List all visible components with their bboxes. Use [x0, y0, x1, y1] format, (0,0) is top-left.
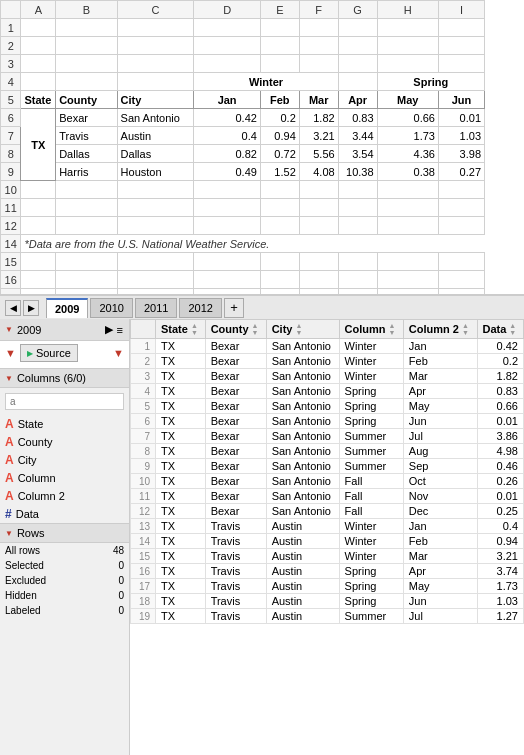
corner-cell: [1, 1, 21, 19]
table-row: 19 TX Travis Austin Summer Jul 1.27: [131, 609, 524, 624]
th-column2[interactable]: Column 2 ▲▼: [403, 320, 477, 339]
columns-label: Columns (6/0): [17, 372, 86, 384]
state-col-icon: A: [5, 417, 14, 431]
table-row: 13 TX Travis Austin Winter Jan 0.4: [131, 519, 524, 534]
may-header: May: [377, 91, 438, 109]
col-e: E: [260, 1, 299, 19]
source-play-icon: ▶: [27, 349, 33, 358]
rows-section: ▼ Rows All rows48Selected0Excluded0Hidde…: [0, 524, 129, 755]
th-state[interactable]: State ▲▼: [156, 320, 206, 339]
th-city[interactable]: City ▲▼: [266, 320, 339, 339]
table-row: 18 TX Travis Austin Spring Jun 1.03: [131, 594, 524, 609]
col-f: F: [299, 1, 338, 19]
row-2: 2: [1, 37, 21, 55]
table-row: 4 TX Bexar San Antonio Spring Apr 0.83: [131, 384, 524, 399]
tab-nav: ◀ ▶: [5, 300, 39, 316]
bottom-panel: ▼ 2009 ▶ ≡ ▼ ▶ Source ▼: [0, 319, 524, 755]
column-item-column[interactable]: A Column: [0, 469, 129, 487]
th-data[interactable]: Data ▲▼: [477, 320, 524, 339]
city-header: City: [117, 91, 194, 109]
col-h: H: [377, 1, 438, 19]
source-menu-btn[interactable]: ≡: [116, 322, 124, 337]
col-data-label: Data: [16, 508, 39, 520]
city-col-icon: A: [5, 453, 14, 467]
column-item-state[interactable]: A State: [0, 415, 129, 433]
jan-header: Jan: [194, 91, 261, 109]
table-row: 10 TX Bexar San Antonio Fall Oct 0.26: [131, 474, 524, 489]
table-row: 14 TX Travis Austin Winter Feb 0.94: [131, 534, 524, 549]
columns-collapse-icon: ▼: [5, 374, 13, 383]
source-expand-btn[interactable]: ▶: [104, 322, 114, 337]
main-table-area[interactable]: State ▲▼ County ▲▼ City ▲▼: [130, 319, 524, 755]
source-filter2-icon: ▼: [113, 347, 124, 359]
source-collapse-icon: ▼: [5, 325, 13, 334]
tab-add-btn[interactable]: +: [224, 298, 244, 318]
jun-header: Jun: [438, 91, 484, 109]
source-filter-icon: ▼: [5, 347, 16, 359]
columns-search-input[interactable]: [5, 393, 124, 410]
source-label: Source: [36, 347, 71, 359]
rows-header[interactable]: ▼ Rows: [0, 524, 129, 543]
table-row: 5 TX Bexar San Antonio Spring May 0.66: [131, 399, 524, 414]
table-row: 9 TX Bexar San Antonio Summer Sep 0.46: [131, 459, 524, 474]
source-year-label: 2009: [17, 324, 41, 336]
columns-list: A State A County A City A Column A Col: [0, 415, 129, 523]
col-a: A: [21, 1, 56, 19]
rows-stat-row: Labeled0: [0, 603, 129, 618]
feb-header: Feb: [260, 91, 299, 109]
tab-2012[interactable]: 2012: [179, 298, 221, 318]
sheet-tabs: ◀ ▶ 2009 2010 2011 2012 +: [0, 295, 524, 319]
col-c: C: [117, 1, 194, 19]
rows-collapse-icon: ▼: [5, 529, 13, 538]
column-item-column2[interactable]: A Column 2: [0, 487, 129, 505]
tx-cell: TX: [21, 109, 56, 181]
spreadsheet-area: A B C D E F G H I 1 2: [0, 0, 524, 295]
rows-label: Rows: [17, 527, 45, 539]
col-state-label: State: [18, 418, 44, 430]
columns-header[interactable]: ▼ Columns (6/0): [0, 369, 129, 388]
tab-next-btn[interactable]: ▶: [23, 300, 39, 316]
column-item-city[interactable]: A City: [0, 451, 129, 469]
th-county[interactable]: County ▲▼: [205, 320, 266, 339]
rows-stat-row: Selected0: [0, 558, 129, 573]
sidebar: ▼ 2009 ▶ ≡ ▼ ▶ Source ▼: [0, 319, 130, 755]
tab-prev-btn[interactable]: ◀: [5, 300, 21, 316]
column-item-county[interactable]: A County: [0, 433, 129, 451]
table-row: 2 TX Bexar San Antonio Winter Feb 0.2: [131, 354, 524, 369]
th-column[interactable]: Column ▲▼: [339, 320, 403, 339]
column2-col-icon: A: [5, 489, 14, 503]
col-g: G: [338, 1, 377, 19]
tab-2010[interactable]: 2010: [90, 298, 132, 318]
column-col-icon: A: [5, 471, 14, 485]
tab-2009[interactable]: 2009: [46, 298, 88, 318]
table-row: 7 TX Bexar San Antonio Summer Jul 3.86: [131, 429, 524, 444]
col-b: B: [56, 1, 117, 19]
data-table: State ▲▼ County ▲▼ City ▲▼: [130, 319, 524, 624]
tab-2011[interactable]: 2011: [135, 298, 177, 318]
table-row: 1 TX Bexar San Antonio Winter Jan 0.42: [131, 339, 524, 354]
rows-stat-row: All rows48: [0, 543, 129, 558]
source-button[interactable]: ▶ Source: [20, 344, 78, 362]
table-row: 17 TX Travis Austin Spring May 1.73: [131, 579, 524, 594]
row-1: 1: [1, 19, 21, 37]
note-cell: *Data are from the U.S. National Weather…: [21, 235, 485, 253]
county-header: County: [56, 91, 117, 109]
col-column-label: Column: [18, 472, 56, 484]
data-col-icon: #: [5, 507, 12, 521]
source-area: ▼ ▶ Source ▼: [0, 341, 129, 368]
col-i: I: [438, 1, 484, 19]
county-col-icon: A: [5, 435, 14, 449]
col-d: D: [194, 1, 261, 19]
table-row: 16 TX Travis Austin Spring Apr 3.74: [131, 564, 524, 579]
rows-stat-row: Hidden0: [0, 588, 129, 603]
th-rownum: [131, 320, 156, 339]
source-section: ▼ 2009 ▶ ≡ ▼ ▶ Source ▼: [0, 319, 129, 369]
row-5: 5: [1, 91, 21, 109]
column-item-data[interactable]: # Data: [0, 505, 129, 523]
row-4: 4: [1, 73, 21, 91]
table-row: 12 TX Bexar San Antonio Fall Dec 0.25: [131, 504, 524, 519]
columns-section: ▼ Columns (6/0) A State A County A City: [0, 369, 129, 524]
source-header[interactable]: ▼ 2009 ▶ ≡: [0, 319, 129, 341]
table-row: 3 TX Bexar San Antonio Winter Mar 1.82: [131, 369, 524, 384]
table-row: 11 TX Bexar San Antonio Fall Nov 0.01: [131, 489, 524, 504]
